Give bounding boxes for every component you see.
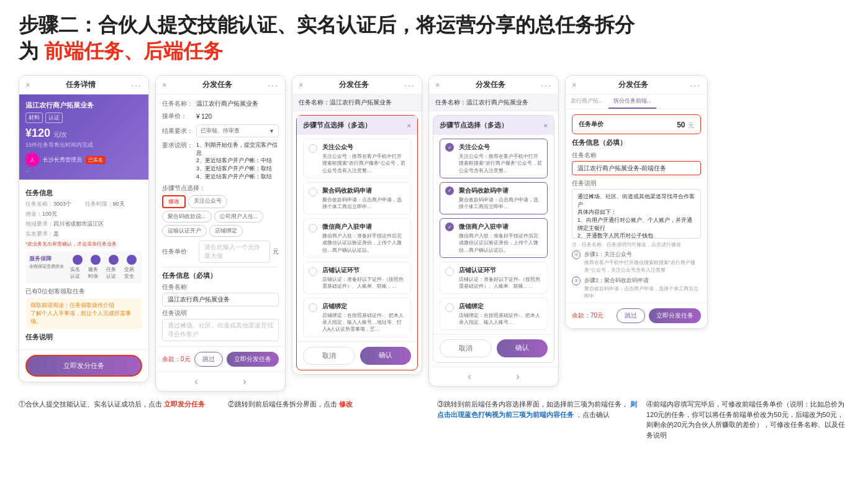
phone3-check-1[interactable]: [309, 144, 317, 153]
phone1-info-grid: 任务名称：3003个 任务时限：90天 佣金：100元 地域要求：四川省成都市温…: [25, 200, 142, 238]
phone1-guarantee: 服务保障全程保证交易安全 实名认证 服务时保 任务认证: [25, 251, 142, 283]
phone4-step-1-content: 关注公众号 关注公众号：推荐在客户手机中打开搜索框搜索"农行商户服务"公众号，若…: [459, 143, 542, 174]
phone3-step-2-content: 聚合码收款码申请 聚合收款码申请：点击商户申请，选择个体工商后立即申…: [322, 186, 405, 210]
phone4-check-1[interactable]: ✓: [445, 143, 454, 152]
phone3-check-4[interactable]: [309, 267, 317, 276]
phone2-tag-shop[interactable]: 店铺绑定: [209, 225, 243, 237]
phone4-step-5: 店铺绑定 店铺绑定：在按照基础证件-、把本人录入指定、输入人账号…: [440, 298, 548, 330]
phone4-step-4: 店铺认证环节 店铺认证：准备好以下证件-（按照所需基础证件）、人账单、联账，…: [440, 262, 548, 294]
phone3-modal-close[interactable]: ×: [407, 122, 411, 129]
phone2-tag-modify[interactable]: 修改: [162, 195, 186, 208]
phone5-tabs: 农行商户拓... 拆分任务前端...: [566, 94, 707, 109]
phone5-required: 任务信息（必填） 任务名称 任务说明 通过摊场、社区、街道或其他渠道导找寻合作客…: [566, 138, 707, 239]
phone2-form-req: 要求说明： 1、到期开始任务，提交完客户信息 2、更近结客户开户户帐：中结 3、…: [162, 141, 279, 180]
phone2-result-select[interactable]: 已审核、待审查 ▼: [196, 124, 279, 137]
phone1-title: 任务详情: [66, 80, 96, 90]
phone2-close[interactable]: ×: [162, 80, 167, 89]
phone1-dots[interactable]: ···: [131, 80, 142, 90]
phone5-desc-label: 任务说明: [572, 179, 701, 188]
phones-row: × 任务详情 ··· 温江农行商户拓展业务 材料 认证 ¥120 元/次 15件…: [19, 75, 849, 392]
phone4-forward-arrow[interactable]: ›: [516, 371, 519, 382]
phone3-step-4-content: 店铺认证环节 店铺认证：准备好以下证件-（按照所需基础证件）、人账单、联账，…: [322, 266, 405, 290]
phone4-confirm-btn[interactable]: 确认: [497, 339, 548, 357]
phone2-body: 任务名称： 温江农行商户拓展业务 接单价： ¥ 120 结果要求： 已审核、待审…: [156, 94, 285, 346]
phone3-step-4: 店铺认证环节 店铺认证：准备好以下证件-（按照所需基础证件）、人账单、联账，…: [303, 262, 411, 294]
phone4-check-2[interactable]: ✓: [445, 186, 454, 195]
phone4-modal-close[interactable]: ×: [544, 122, 548, 129]
phone2-tag-company[interactable]: 公司用户入住...: [214, 211, 264, 223]
phone3-step-3: 微信商户入驻申请 微信商户入驻：准备好手指证件后完成微信认证以验证身份，上传个人…: [303, 218, 411, 258]
phone2-back-arrow[interactable]: ‹: [194, 376, 197, 387]
phone2-task-name-input[interactable]: 温江农行商户拓展业务: [162, 293, 279, 306]
phone1-dash: --: [25, 168, 142, 173]
phone2-forward-arrow[interactable]: ›: [243, 376, 246, 387]
phone2-tag-gather[interactable]: 聚合码收款说...: [162, 211, 212, 223]
caption4: ④前端内容填写完毕后，可修改前端任务单价（说明：比如总价为120元的任务，你可以…: [646, 399, 849, 440]
phone3-dots[interactable]: ···: [404, 80, 415, 90]
phone5-tab-1[interactable]: 农行商户拓...: [566, 94, 608, 109]
phone3-step-2: 聚合码收款码申请 聚合收款码申请：点击商户申请，选择个体工商后立即申…: [303, 182, 411, 214]
phone4-step-modal: 步骤节点选择（多选） × ✓ 关注公众号 关注公众号：推荐在客户手机中打开搜索框…: [433, 115, 554, 363]
phone4-back-arrow[interactable]: ‹: [468, 371, 471, 382]
phone5-close[interactable]: ×: [572, 80, 577, 89]
phone3-cancel-btn[interactable]: 取消: [303, 347, 355, 365]
phone1-close[interactable]: ×: [25, 80, 30, 89]
guarantee-cert-icon: [73, 255, 83, 265]
phone4-check-5[interactable]: [445, 303, 454, 312]
phone3-step-1: 关注公众号 关注公众号：推荐在客户手机中打开搜索框搜索"农行商户服务"公众号，若…: [303, 139, 411, 178]
phone3-check-2[interactable]: [309, 188, 317, 196]
phone3-confirm-btn[interactable]: 确认: [360, 347, 411, 365]
phone5-step-result-2: ② 步骤2：聚合码收款码申请聚合收款码申请：点击商户申请，选择个体工商后立即申: [572, 277, 701, 300]
phone2-task-desc-input[interactable]: 通过摊场、社区、街道或其他渠道导找寻合作客户: [162, 319, 279, 341]
phone5-price-box: 任务单价 50 元: [572, 114, 701, 134]
phone2-header: × 分发任务 ···: [156, 76, 285, 94]
phone2-tag-follow[interactable]: 关注公众号: [188, 195, 227, 208]
phone4-dots[interactable]: ···: [541, 80, 552, 90]
phone5-balance: 余款：70元: [572, 311, 604, 320]
phone4-check-4[interactable]: [445, 267, 454, 276]
guarantee-trade: 交易安全: [124, 255, 138, 280]
phone4-check-3[interactable]: ✓: [445, 223, 454, 231]
phone1-info-2: 任务时限：90天: [85, 200, 143, 208]
phone1-note: *农业务支出有责确认，才会添加任务业务: [25, 241, 142, 247]
title-highlight: 前端任务、后端任务: [44, 40, 223, 62]
phone5-price-label: 任务单价: [579, 120, 604, 129]
phone2-submit-btn[interactable]: 立即分发任务: [227, 352, 279, 367]
guarantee-service: 服务时保: [88, 255, 102, 280]
phone3-close[interactable]: ×: [299, 80, 304, 89]
caption3: ③跳转到前后端任务内容选择界面，如选择前三项为前端任务， 则点击出现蓝色打钩视为…: [437, 399, 640, 420]
phone2-task-name-row: 任务名称 温江农行商户拓展业务: [162, 283, 279, 306]
phone5-desc-textarea[interactable]: 通过摊场、社区、街道或其他渠道导找寻合作客户 具体内容如下： 1、向用户开通行对…: [572, 189, 701, 239]
phone2-skip-btn[interactable]: 跳过: [194, 352, 223, 367]
phone4-step-3-content: 微信商户入驻申请 微信商户入驻：准备好手指证件后完成微信认证以验证身份，上传个人…: [459, 223, 542, 254]
phone5-dots[interactable]: ···: [690, 80, 701, 90]
phone5-submit-btn[interactable]: 立即分发任务: [649, 308, 701, 323]
phone2-tag-cert[interactable]: 运输认证开户: [162, 225, 207, 237]
title-area: 步骤二：合伙人提交技能认证、实名认证后，将运营分享的总任务拆分 为 前端任务、后…: [19, 12, 849, 64]
phone3-check-3[interactable]: [309, 224, 317, 232]
phone5-tab-2[interactable]: 拆分任务前端...: [608, 94, 657, 109]
phone2-dots[interactable]: ···: [268, 80, 279, 90]
phone5-skip-btn[interactable]: 跳过: [617, 308, 645, 323]
phone1-guarantee-title: 服务保障全程保证交易安全: [29, 255, 64, 280]
phone4-close[interactable]: ×: [435, 80, 440, 89]
phone2-req-desc: 1、到期开始任务，提交完客户信息 2、更近结客户开户户帐：中结 3、更近结客户开…: [196, 141, 279, 180]
phone3-title: 分发任务: [339, 80, 369, 90]
phone2-price-field[interactable]: 请在此输入一个允许最大值: [199, 241, 270, 263]
phone3-task-name: 任务名称：温江农行商户拓展业务: [292, 94, 422, 111]
phone5-note: 注：任务名称、任务说明均可修改，点击进行修改: [566, 241, 707, 248]
phone1-sub-info: 15件任务等售出时间内完成: [25, 141, 142, 149]
phone3-check-5[interactable]: [309, 303, 317, 312]
phone4-cancel-btn[interactable]: 取消: [440, 339, 492, 357]
phone5-name-input[interactable]: [572, 161, 701, 175]
tag-material: 材料: [25, 112, 43, 123]
phone1-submit-btn[interactable]: 立即发分任务: [25, 355, 142, 377]
phone3-step-1-content: 关注公众号 关注公众号：推荐在客户手机中打开搜索框搜索"农行商户服务"公众号，若…: [322, 143, 405, 174]
title-line1: 步骤二：合伙人提交技能认证、实名认证后，将运营分享的总任务拆分: [19, 12, 849, 39]
phone4-nav: ‹ ›: [429, 367, 558, 386]
caption2-highlight: 修改: [339, 400, 353, 408]
phone5-header: × 分发任务 ···: [566, 76, 707, 94]
phone5-footer-btns: 跳过 立即分发任务: [617, 308, 701, 323]
phone1-task-info-title: 任务信息: [25, 188, 142, 198]
tag-cert: 认证: [45, 112, 63, 123]
